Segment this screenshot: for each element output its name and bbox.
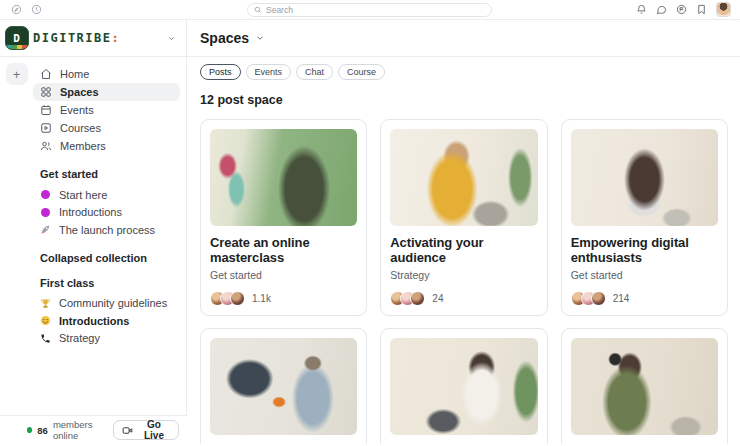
spaces-icon — [40, 86, 52, 98]
space-title: Activating your audience — [390, 235, 537, 265]
section-title-collapsed-collection[interactable]: Collapsed collection — [40, 252, 180, 264]
space-card[interactable]: How to inspire collaboration Community g… — [200, 328, 367, 444]
member-count: 214 — [613, 293, 630, 304]
sidebar-item-label: Home — [60, 68, 89, 80]
space-card[interactable]: Amplifying your members voices Strategy … — [380, 328, 547, 444]
rocket-icon — [40, 224, 51, 235]
space-card[interactable]: Activating your audience Strategy 24 — [380, 119, 547, 316]
space-count-heading: 12 post space — [200, 93, 728, 107]
member-count: 1.1k — [252, 293, 271, 304]
sidebar-item-introductions[interactable]: Introductions — [33, 204, 180, 222]
events-icon — [40, 104, 52, 116]
members-icon — [40, 140, 52, 152]
sidebar-item-launch-process[interactable]: The launch process — [33, 221, 180, 239]
sidebar-item-members[interactable]: Members — [33, 137, 180, 155]
space-title: Create an online masterclass — [210, 235, 357, 265]
online-members: 86 members online — [27, 419, 113, 441]
sidebar-item-home[interactable]: Home — [33, 65, 180, 83]
space-cover-photo — [210, 338, 357, 435]
chip-course[interactable]: Course — [338, 64, 385, 80]
sidebar-item-label: Start here — [59, 189, 107, 201]
member-avatars — [210, 291, 245, 306]
sidebar-item-community-guidelines[interactable]: Community guidelines — [33, 295, 180, 313]
notifications-bell-icon[interactable] — [636, 4, 647, 15]
community-chevron-down-icon[interactable] — [167, 34, 176, 43]
space-cover-photo — [390, 338, 537, 435]
search-icon — [254, 6, 262, 14]
history-icon[interactable] — [31, 4, 42, 15]
sidebar-item-label: Community guidelines — [59, 297, 167, 309]
chip-events[interactable]: Events — [246, 64, 292, 80]
sidebar-item-label: Introductions — [59, 206, 122, 218]
moderation-icon[interactable] — [676, 4, 687, 15]
sidebar-item-label: Members — [60, 140, 106, 152]
section-title-get-started[interactable]: Get started — [40, 168, 180, 180]
page-title-chevron-down-icon[interactable] — [255, 33, 265, 43]
sidebar-item-label: Courses — [60, 122, 101, 134]
section-title-first-class[interactable]: First class — [40, 277, 180, 289]
space-card[interactable]: Create an online masterclass Get started… — [200, 119, 367, 316]
space-cover-photo — [571, 129, 718, 226]
smiley-icon — [40, 315, 51, 326]
bookmarks-icon[interactable] — [696, 4, 707, 15]
community-logo-letter: D — [13, 32, 20, 45]
add-community-button[interactable]: + — [6, 63, 28, 85]
online-count: 86 — [37, 425, 48, 436]
sidebar-item-label: Introductions — [59, 315, 129, 327]
user-avatar[interactable] — [716, 2, 731, 17]
space-category: Strategy — [390, 269, 537, 281]
space-title: Empowering digital enthusiasts — [571, 235, 718, 265]
sidebar: Home Spaces Events Courses Members — [33, 57, 186, 444]
search-input[interactable] — [266, 5, 485, 15]
sidebar-item-introductions-first-class[interactable]: Introductions — [33, 312, 180, 330]
phone-icon — [40, 333, 51, 344]
community-name[interactable]: DIGITRIBE: — [33, 31, 119, 45]
logo-color-stripe — [6, 45, 28, 49]
purple-dot-icon — [40, 189, 51, 200]
sidebar-item-label: Spaces — [60, 86, 99, 98]
space-category: Get started — [571, 269, 718, 281]
space-cards-grid: Create an online masterclass Get started… — [200, 119, 728, 444]
sidebar-item-label: Strategy — [59, 332, 100, 344]
space-cover-photo — [390, 129, 537, 226]
courses-icon — [40, 122, 52, 134]
content: + Home Spaces Events Courses — [0, 57, 740, 444]
community-rail: + — [0, 57, 33, 444]
purple-dot-icon — [40, 207, 51, 218]
main-panel: Posts Events Chat Course 12 post space C… — [186, 57, 740, 444]
online-dot-icon — [27, 427, 32, 433]
go-live-button[interactable]: Go Live — [113, 420, 179, 440]
chip-chat[interactable]: Chat — [296, 64, 333, 80]
member-count: 24 — [432, 293, 443, 304]
online-label: members online — [53, 419, 113, 441]
sidebar-item-spaces[interactable]: Spaces — [33, 83, 180, 101]
home-icon — [40, 68, 52, 80]
member-avatars — [571, 291, 606, 306]
explore-icon[interactable] — [11, 4, 22, 15]
sidebar-item-label: Events — [60, 104, 94, 116]
space-cover-photo — [571, 338, 718, 435]
video-camera-icon — [122, 425, 133, 436]
space-cover-photo — [210, 129, 357, 226]
space-card[interactable]: Unveiling the Latest Trends Strategy 2k — [561, 328, 728, 444]
messages-icon[interactable] — [656, 4, 667, 15]
member-avatars — [390, 291, 425, 306]
page-title: Spaces — [200, 30, 249, 46]
sidebar-item-strategy[interactable]: Strategy — [33, 330, 180, 348]
space-category: Get started — [210, 269, 357, 281]
trophy-icon — [40, 298, 51, 309]
sidebar-item-events[interactable]: Events — [33, 101, 180, 119]
community-logo[interactable]: D — [5, 26, 29, 50]
sidebar-footer: 86 members online Go Live — [0, 415, 187, 444]
space-card[interactable]: Empowering digital enthusiasts Get start… — [561, 119, 728, 316]
filter-chips: Posts Events Chat Course — [200, 64, 728, 80]
header-row: D DIGITRIBE: Spaces — [0, 20, 740, 57]
topbar — [0, 0, 740, 20]
sidebar-item-courses[interactable]: Courses — [33, 119, 180, 137]
sidebar-item-label: The launch process — [59, 224, 155, 236]
search-bar[interactable] — [247, 3, 492, 17]
chip-posts[interactable]: Posts — [200, 64, 241, 80]
sidebar-item-start-here[interactable]: Start here — [33, 186, 180, 204]
